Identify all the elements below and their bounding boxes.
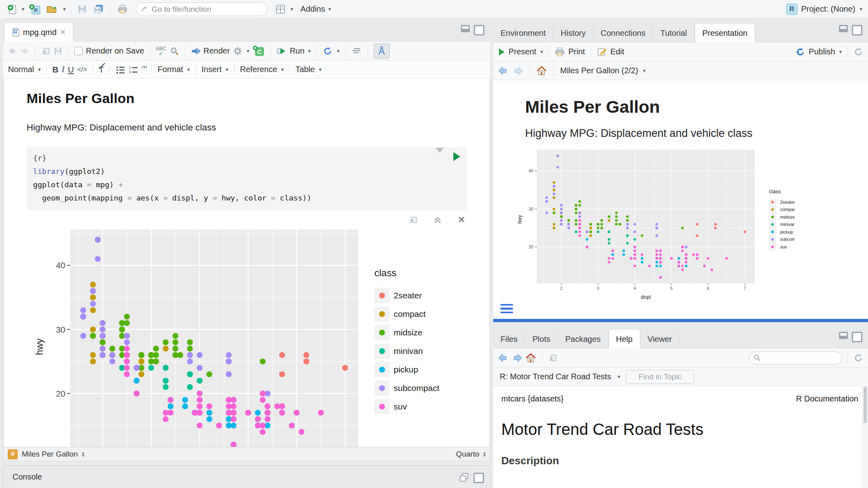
- run-chunk-icon[interactable]: [453, 152, 460, 161]
- run-button[interactable]: Run ▾: [276, 46, 311, 56]
- underline-button[interactable]: U: [68, 65, 74, 74]
- tab-files[interactable]: Files: [493, 330, 525, 348]
- outline-icon[interactable]: [351, 47, 362, 55]
- addins-menu[interactable]: Addins: [301, 4, 325, 14]
- popout-icon[interactable]: [548, 354, 557, 362]
- mode-selector[interactable]: Quarto: [456, 450, 479, 459]
- run-chunks-above-icon[interactable]: [436, 153, 444, 161]
- tab-plots[interactable]: Plots: [525, 330, 558, 348]
- home-icon[interactable]: [536, 66, 547, 76]
- rerun-icon[interactable]: [322, 46, 333, 56]
- slide-location-selector[interactable]: Miles Per Gallon (2/2): [560, 66, 638, 75]
- tab-connections[interactable]: Connections: [594, 24, 653, 42]
- italic-button[interactable]: I: [62, 64, 64, 74]
- forward-icon[interactable]: [20, 47, 29, 55]
- insert-chunk-button[interactable]: C: [253, 45, 265, 57]
- minimize-pane-icon[interactable]: [839, 332, 848, 339]
- tab-viewer[interactable]: Viewer: [640, 330, 680, 348]
- find-in-topic-box[interactable]: [626, 370, 694, 384]
- maximize-console-icon[interactable]: [473, 473, 484, 483]
- home-icon[interactable]: [525, 353, 536, 363]
- present-button[interactable]: Present ▾: [498, 47, 543, 56]
- find-in-topic-input[interactable]: [631, 372, 689, 382]
- new-file-button[interactable]: [6, 2, 19, 16]
- search-icon[interactable]: [170, 46, 179, 56]
- code-chunk-source[interactable]: {r}library(ggplot2)ggplot(data = mpg) + …: [33, 151, 460, 205]
- tab-packages[interactable]: Packages: [558, 330, 608, 348]
- tab-history[interactable]: History: [553, 24, 593, 42]
- tab-close-icon[interactable]: ✕: [60, 28, 66, 37]
- tab-help[interactable]: Help: [608, 330, 640, 348]
- topic-selector[interactable]: R: Motor Trend Car Road Tests: [500, 372, 611, 381]
- back-icon[interactable]: [498, 354, 509, 362]
- output-popout-icon[interactable]: [408, 215, 418, 224]
- print-button[interactable]: [116, 2, 129, 16]
- render-on-save-checkbox[interactable]: [74, 47, 83, 55]
- restore-pane-icon[interactable]: [459, 473, 469, 482]
- table-menu[interactable]: Table: [295, 65, 315, 74]
- render-button[interactable]: Render: [191, 46, 230, 56]
- forward-icon[interactable]: [513, 66, 523, 75]
- rerun-caret[interactable]: ▾: [337, 48, 340, 54]
- panel-layout-button[interactable]: [274, 2, 287, 16]
- numbered-list-button[interactable]: 12: [129, 66, 138, 74]
- save-icon[interactable]: [54, 47, 62, 56]
- back-icon[interactable]: [8, 47, 17, 55]
- reference-menu[interactable]: Reference: [240, 65, 277, 74]
- section-selector[interactable]: Miles Per Gallon: [22, 450, 78, 459]
- open-file-button[interactable]: [45, 2, 60, 16]
- console-pane-header[interactable]: Console: [3, 465, 490, 488]
- tab-environment[interactable]: Environment: [493, 24, 553, 42]
- slide-menu-icon[interactable]: [500, 304, 513, 314]
- mode-selector-arrows[interactable]: ▴▾: [483, 451, 486, 457]
- new-project-button[interactable]: R: [27, 2, 42, 16]
- render-options-caret[interactable]: ▾: [247, 48, 249, 54]
- new-file-caret[interactable]: ▾: [22, 6, 25, 12]
- tab-mpg-qmd[interactable]: mpg.qmd ✕: [4, 23, 73, 41]
- save-all-button[interactable]: [91, 2, 106, 16]
- clear-output-icon[interactable]: ✕: [457, 214, 465, 225]
- section-selector-arrows[interactable]: ▴▾: [82, 451, 84, 457]
- maximize-pane-icon[interactable]: [852, 332, 862, 342]
- paragraph-style-select[interactable]: Normal: [8, 65, 34, 74]
- visual-editor-toggle[interactable]: [374, 43, 390, 59]
- publish-button[interactable]: Publish ▾: [795, 47, 842, 57]
- help-search-input[interactable]: [763, 353, 837, 362]
- project-menu[interactable]: R Project: (None) ▾: [786, 4, 862, 15]
- bullet-list-button[interactable]: [116, 66, 125, 74]
- help-search-box[interactable]: [749, 352, 842, 364]
- goto-file-search[interactable]: [136, 2, 267, 16]
- maximize-pane-icon[interactable]: [852, 25, 862, 35]
- blockquote-button[interactable]: ””: [141, 67, 146, 72]
- help-scrollbar[interactable]: [862, 386, 868, 488]
- back-icon[interactable]: [498, 66, 509, 75]
- run-caret[interactable]: ▾: [308, 48, 311, 54]
- panel-layout-caret[interactable]: ▾: [291, 6, 293, 12]
- tab-tutorial[interactable]: Tutorial: [653, 24, 695, 42]
- minimize-pane-icon[interactable]: [839, 25, 848, 32]
- spellcheck-icon[interactable]: ABC ✓: [156, 47, 166, 56]
- clear-format-button[interactable]: T: [99, 65, 104, 74]
- gear-icon[interactable]: [233, 46, 243, 56]
- addins-caret[interactable]: ▾: [328, 6, 331, 12]
- document-canvas[interactable]: Miles Per Gallon Highway MPG: Displaceme…: [3, 79, 490, 447]
- popout-icon[interactable]: [41, 47, 50, 56]
- refresh-icon[interactable]: [853, 47, 863, 57]
- code-chunk[interactable]: {r}library(ggplot2)ggplot(data = mpg) + …: [27, 147, 467, 210]
- goto-file-input[interactable]: [151, 4, 262, 14]
- tab-presentation[interactable]: Presentation: [695, 24, 755, 42]
- code-button[interactable]: </>: [77, 66, 87, 74]
- edit-presentation-button[interactable]: Edit: [597, 47, 624, 57]
- save-button[interactable]: [76, 2, 89, 16]
- collapse-output-icon[interactable]: [433, 216, 442, 224]
- minimize-pane-icon[interactable]: [461, 25, 470, 32]
- open-file-caret[interactable]: ▾: [63, 6, 66, 12]
- format-menu[interactable]: Format: [158, 65, 183, 74]
- help-document[interactable]: mtcars {datasets} R Documentation Motor …: [493, 386, 868, 488]
- bold-button[interactable]: B: [52, 65, 58, 74]
- forward-icon[interactable]: [512, 354, 522, 362]
- print-presentation-button[interactable]: Print: [554, 47, 585, 57]
- refresh-icon[interactable]: [853, 353, 863, 363]
- maximize-pane-icon[interactable]: [474, 25, 484, 35]
- insert-menu[interactable]: Insert: [201, 65, 222, 74]
